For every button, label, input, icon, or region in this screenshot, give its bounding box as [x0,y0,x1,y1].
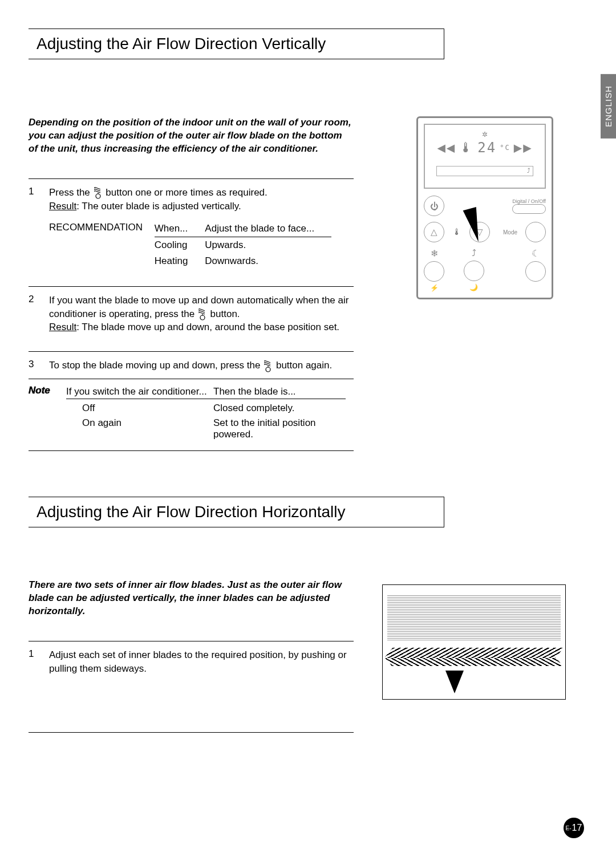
language-tab: ENGLISH [601,74,616,139]
swing-icon [263,360,273,372]
result-label: Result [49,322,76,332]
note-table: If you switch the air conditioner... The… [66,385,346,440]
rec-h1: When... [155,221,205,237]
thermometer-icon: 🌡 [459,140,474,156]
page-number-value: 17 [572,823,582,833]
swing-icon [93,186,103,199]
note-r2c2: Set to the initial position powered. [213,414,346,440]
arrow-right-icon: ▶▶ [514,140,533,156]
note-h2: Then the blade is... [213,385,346,399]
section-title-horizontal: Adjusting the Air Flow Direction Horizon… [29,497,444,527]
step1-horizontal-text: Adjust each set of inner blades to the r… [49,648,354,676]
note-label: Note [29,385,57,440]
power-button: ⏻ [424,196,444,216]
quiet-icon: 🌙 [469,283,478,291]
lcd-temp-unit: °C [500,144,510,152]
step-1-horizontal: 1 Adjust each set of inner blades to the… [29,641,354,733]
intro-horizontal: There are two sets of inner air flow bla… [29,579,354,618]
recommendation-label: RECOMMENDATION [49,221,152,234]
section-title-vertical: Adjusting the Air Flow Direction Vertica… [29,29,444,59]
note-r2c1: On again [66,414,213,440]
thermometer-icon: 🌡 [452,227,461,237]
step1-text-b: button one or more times as required. [106,187,267,198]
arrow-left-icon: ◀◀ [437,140,456,156]
note-h1: If you switch the air conditioner... [66,385,213,399]
result-label: Result [49,201,76,212]
temp-up-button: △ [424,222,444,242]
digital-onoff-button [512,204,546,214]
step-number: 3 [29,359,40,372]
step-1: 1 Press the button one or more times as … [29,178,354,286]
sleep-icon: ☾ [532,248,540,259]
rec-r1c2: Upwards. [205,237,331,253]
lcd-status-bar: ⤴ [436,166,533,176]
step-number: 2 [29,294,40,334]
section-vertical: Adjusting the Air Flow Direction Vertica… [29,29,587,451]
step-number: 1 [29,186,40,269]
svg-point-4 [266,367,270,372]
sleep-button [525,261,546,282]
rec-r2c1: Heating [155,253,205,269]
digital-onoff-label: Digital / On/Off [512,198,546,204]
svg-point-2 [200,315,205,320]
swing-icon [197,308,208,320]
turbo-icon: ⚡ [430,284,439,292]
sun-icon: ✲ [482,128,488,139]
section-horizontal: Adjusting the Air Flow Direction Horizon… [29,497,587,733]
rec-r2c2: Downwards. [205,253,331,269]
note-r1c2: Closed completely. [213,399,346,414]
rec-h2: Adjust the blade to face... [205,221,331,237]
lcd-temp: 24 [477,140,496,156]
fan-icon: ❄ [431,248,438,259]
step2-text-b: button. [210,308,240,319]
mode-label: Mode [503,229,517,235]
swing-icon: ⤴ [472,248,476,258]
step-number: 1 [29,648,40,676]
manual-page: ENGLISH Adjusting the Air Flow Direction… [0,0,616,861]
vent-blades-icon [385,658,563,666]
note-block: Note If you switch the air conditioner..… [29,379,354,451]
step3-text-b: button again. [276,360,332,371]
indoor-unit-figure [382,584,566,700]
page-number: E-17 [564,818,584,838]
svg-point-0 [96,194,100,198]
result-text: : The outer blade is adjusted vertically… [76,201,241,212]
note-r1c1: Off [66,399,213,414]
remote-control-figure: ✲ ◀◀ 🌡 24°C ▶▶ ⤴ ⏻ [416,116,553,299]
step3-text-a: To stop the blade moving up and down, pr… [49,360,263,371]
remote-lcd: ✲ ◀◀ 🌡 24°C ▶▶ ⤴ [424,124,546,189]
fan-speed-button [424,261,444,282]
swing-icon: ⤴ [527,167,530,174]
step-2: 2 If you want the blade to move up and d… [29,286,354,351]
vent-blades-icon [384,648,564,658]
recommendation-table: When... Adjust the blade to face... Cool… [155,221,331,269]
rec-r1c1: Cooling [155,237,205,253]
intro-vertical: Depending on the position of the indoor … [29,116,354,156]
page-number-prefix: E- [566,825,572,831]
result-text: : The blade move up and down, around the… [76,322,339,332]
mode-button [525,222,546,242]
swing-button [464,261,484,281]
step1-text-a: Press the [49,187,93,198]
pointer-arrow-icon [445,671,464,693]
step-3: 3 To stop the blade moving up and down, … [29,351,354,379]
